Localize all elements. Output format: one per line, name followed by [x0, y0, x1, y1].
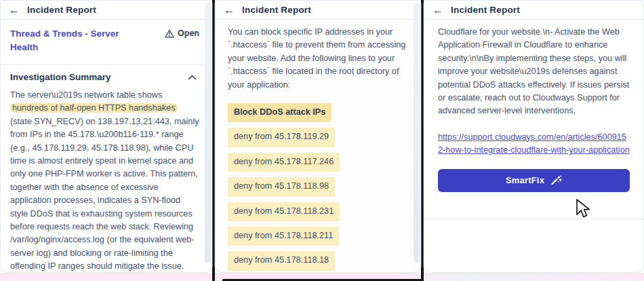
incident-report-panel-summary: ← Incident Report Thread & Trends - Serv… — [0, 0, 212, 273]
deny-rule-line: deny from 45.178.118.211 — [228, 227, 339, 246]
page-title: Incident Report — [242, 5, 311, 15]
scrollbar[interactable] — [414, 3, 420, 263]
summary-text-part2: (state SYN_RECV) on 138.197.13.21:443, m… — [10, 117, 199, 271]
panel-header: ← Incident Report — [216, 1, 420, 20]
back-arrow-icon[interactable]: ← — [432, 5, 443, 16]
page-title: Incident Report — [451, 5, 520, 15]
htaccess-code-block: Block DDoS attack IPs deny from 45.178.1… — [228, 103, 409, 271]
smartfix-button-label: SmartFix — [506, 175, 544, 185]
chevron-up-icon[interactable] — [188, 75, 197, 80]
thread-trends-link[interactable]: Thread & Trends - Server Health — [10, 27, 129, 54]
deny-rule-line: deny from 45.178.117.246 — [228, 153, 340, 172]
summary-text-part1: The server\u2019s network table shows — [10, 90, 162, 100]
deny-rule-line: deny from 45.178.118.98 — [228, 177, 335, 196]
incident-report-panel-recommendations: ← Incident Report Cloudflare for your we… — [424, 0, 644, 273]
warning-triangle-icon — [165, 29, 174, 38]
status-badge[interactable]: Open — [165, 29, 199, 38]
panel-header: ← Incident Report — [1, 1, 212, 20]
divider — [424, 219, 643, 219]
deny-rule-line: deny from 45.178.118.231 — [228, 202, 340, 221]
section-title: Investigation Summary — [10, 72, 111, 82]
cloudways-support-link[interactable]: https://support.cloudways.com/en/article… — [438, 131, 630, 157]
panel-header: ← Incident Report — [424, 1, 643, 20]
code-block-title: Block DDoS attack IPs — [228, 103, 331, 122]
back-arrow-icon[interactable]: ← — [9, 5, 20, 16]
deny-rule-line: deny from 45.178.119.29 — [228, 128, 335, 147]
back-arrow-icon[interactable]: ← — [224, 5, 235, 16]
summary-highlighted-text: hundreds of half-open HTTPS handshakes — [10, 103, 178, 113]
incident-report-panel-htaccess: ← Incident Report You can block specific… — [215, 0, 421, 273]
deny-rule-line: deny from 45.178.118.18 — [228, 251, 335, 270]
status-badge-label: Open — [178, 29, 199, 38]
page-title: Incident Report — [27, 5, 96, 15]
magic-wand-icon — [550, 175, 562, 185]
htaccess-instructions-text: You can block specific IP addresses in y… — [228, 26, 409, 92]
investigation-summary-text: The server\u2019s network table shows hu… — [10, 89, 199, 273]
recommendations-text: Cloudflare for your website.\n- Activate… — [438, 26, 630, 118]
scrollbar[interactable] — [205, 3, 211, 263]
incident-report-screens: ← Incident Report Thread & Trends - Serv… — [0, 0, 644, 281]
smartfix-button[interactable]: SmartFix — [438, 169, 630, 192]
